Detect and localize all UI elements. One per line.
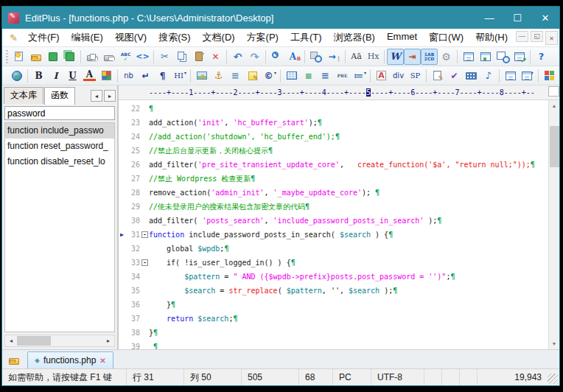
view-in-browser-button[interactable] — [8, 68, 25, 84]
code-text[interactable]: if( !is_user_logged_in() ) {¶ — [149, 256, 548, 270]
show-indent-guide-button[interactable]: ⇥ — [404, 49, 421, 65]
open-file-button[interactable] — [27, 49, 44, 65]
anchor-tag-button[interactable]: ⚓ — [210, 68, 227, 84]
pre-tag-button[interactable]: PRE — [334, 68, 351, 84]
hex-viewer-button[interactable]: Hx — [365, 49, 382, 65]
code-text[interactable]: }¶ — [149, 298, 548, 312]
preferences-button[interactable]: ⚙ — [438, 49, 455, 65]
document-template-button[interactable] — [494, 49, 511, 65]
code-area[interactable]: 22¶23add_action('init', 'hc_buffer_start… — [119, 100, 548, 349]
resize-grip[interactable] — [548, 374, 558, 384]
menu-emmet[interactable]: Emmet — [381, 29, 423, 46]
delete-button[interactable]: ✕ — [207, 49, 224, 65]
horizontal-rule-button[interactable]: ≡ — [227, 68, 244, 84]
code-text[interactable]: $pattern = " AND ({$wpdb->prefix}posts.p… — [149, 270, 548, 284]
code-text[interactable]: return $search;¶ — [149, 312, 548, 326]
save-all-button[interactable] — [61, 49, 78, 65]
font-tag-button[interactable]: A — [373, 68, 390, 84]
toggle-fullwidth-button[interactable]: Aā — [348, 49, 365, 65]
document-folder-button[interactable] — [5, 351, 23, 368]
insert-image-button[interactable] — [193, 68, 210, 84]
word-wrap-button[interactable]: W — [387, 49, 404, 65]
splitter-box[interactable] — [548, 86, 559, 97]
tab-close-icon[interactable]: ✕ — [99, 357, 105, 365]
scroll-right-icon[interactable]: ▸ — [102, 337, 114, 344]
menu-file[interactable]: 文件(F) — [22, 29, 66, 46]
form-field-button[interactable] — [502, 68, 519, 84]
find-in-files-button[interactable] — [307, 49, 324, 65]
form-options-button[interactable]: ▾ — [519, 68, 536, 84]
print-button[interactable] — [100, 49, 117, 65]
vscrollbar-thumb[interactable] — [550, 126, 559, 167]
document-tab-functions-php[interactable]: ◈ functions.php ✕ — [27, 351, 113, 368]
menu-help[interactable]: 帮助(H) — [469, 29, 514, 46]
code-text[interactable]: //使未登录用户的搜索结果包含加密文章的代码¶ — [149, 200, 548, 214]
code-text[interactable]: ¶ — [149, 340, 548, 349]
minimize-button[interactable]: — — [475, 7, 503, 29]
menu-tools[interactable]: 工具(T) — [284, 29, 328, 46]
code-text[interactable]: add_action('init', 'hc_buffer_start');¶ — [149, 116, 548, 130]
bold-button[interactable]: B — [30, 68, 47, 84]
form-tag-button[interactable] — [429, 68, 446, 84]
menu-search[interactable]: 搜索(S) — [153, 29, 196, 46]
script-tag-button[interactable]: ✔ — [446, 68, 463, 84]
code-text[interactable]: add_filter('pre_site_transient_update_co… — [149, 158, 548, 172]
function-list-item[interactable]: function include_passwo — [5, 123, 114, 139]
code-text[interactable]: remove_action('admin_init', '_maybe_upda… — [149, 186, 548, 200]
paste-button[interactable] — [190, 49, 207, 65]
menu-browser[interactable]: 浏览器(B) — [328, 29, 381, 46]
line-break-button[interactable]: ↵ — [137, 68, 154, 84]
window-list-button[interactable] — [477, 49, 494, 65]
fold-toggle-icon[interactable] — [141, 259, 148, 266]
table-tag-button[interactable] — [283, 68, 300, 84]
scroll-left-icon[interactable]: ◂ — [5, 337, 17, 344]
menu-window[interactable]: 窗口(W) — [423, 29, 469, 46]
function-list-item[interactable]: function disable_reset_lo — [5, 154, 114, 169]
toolbar-grip[interactable] — [6, 50, 8, 63]
fold-toggle-icon[interactable] — [141, 231, 148, 238]
menu-edit[interactable]: 编辑(E) — [66, 29, 109, 46]
font-color-button[interactable]: A — [81, 68, 98, 84]
redo-button[interactable]: ↷ — [246, 49, 263, 65]
function-filter-input[interactable] — [4, 106, 115, 120]
document-list-button[interactable] — [460, 49, 477, 65]
special-character-button[interactable]: ©▾ — [261, 68, 278, 84]
mdi-minimize-button[interactable]: — — [516, 31, 528, 42]
mdi-restore-button[interactable]: ◱ — [531, 31, 543, 42]
line-numbers-button[interactable]: 1AB 2CD — [421, 49, 438, 65]
underline-button[interactable]: U — [64, 68, 81, 84]
comment-note-button[interactable] — [244, 68, 261, 84]
scroll-down-icon[interactable]: ▼ — [549, 338, 559, 349]
sidebar-horizontal-scrollbar[interactable]: ◂ ▸ — [4, 335, 115, 347]
code-text[interactable]: //禁止后台显示更新，关闭核心提示¶ — [149, 144, 548, 158]
menu-view[interactable]: 视图(V) — [109, 29, 153, 46]
code-text[interactable]: //禁止 Wordpress 检查更新¶ — [149, 172, 548, 186]
heading-tag-button[interactable]: HI▾ — [171, 68, 188, 84]
cut-button[interactable]: ✂ — [156, 49, 173, 65]
paragraph-tag-button[interactable]: ¶ — [154, 68, 171, 84]
scrollbar-thumb[interactable] — [17, 336, 51, 346]
scroll-up-icon[interactable]: ▲ — [549, 100, 559, 111]
code-text[interactable]: $search = str_replace( $pattern, '', $se… — [149, 284, 548, 298]
spell-check-button[interactable]: ABC ✓ — [117, 49, 134, 65]
print-preview-button[interactable] — [83, 49, 100, 65]
code-text[interactable]: ¶ — [149, 102, 548, 116]
save-file-button[interactable] — [44, 49, 61, 65]
find-button[interactable] — [268, 49, 285, 65]
list-tag-button[interactable]: ≔▾ — [351, 68, 368, 84]
non-breaking-space-button[interactable]: nb — [120, 68, 137, 84]
menu-document[interactable]: 文档(D) — [197, 29, 241, 46]
tab-functions[interactable]: 函数 — [44, 87, 75, 105]
mdi-close-button[interactable]: ✕ — [545, 31, 558, 45]
code-text[interactable]: global $wpdb;¶ — [149, 242, 548, 256]
context-help-button[interactable]: ? — [533, 49, 550, 65]
tab-cliptext[interactable]: 文本库 — [4, 87, 43, 104]
copy-button[interactable] — [173, 49, 190, 65]
sound-tag-button[interactable]: ♪ — [480, 68, 497, 84]
code-text[interactable]: }¶ — [149, 326, 548, 340]
div-tag-button[interactable]: div — [390, 68, 407, 84]
code-text[interactable]: //add_action('shutdown', 'hc_buffer_end'… — [149, 130, 548, 144]
replace-button[interactable]: AB — [285, 49, 302, 65]
go-to-line-button[interactable]: →⋮ — [324, 49, 343, 65]
tab-scroll-left-button[interactable]: ◂ — [91, 90, 102, 102]
